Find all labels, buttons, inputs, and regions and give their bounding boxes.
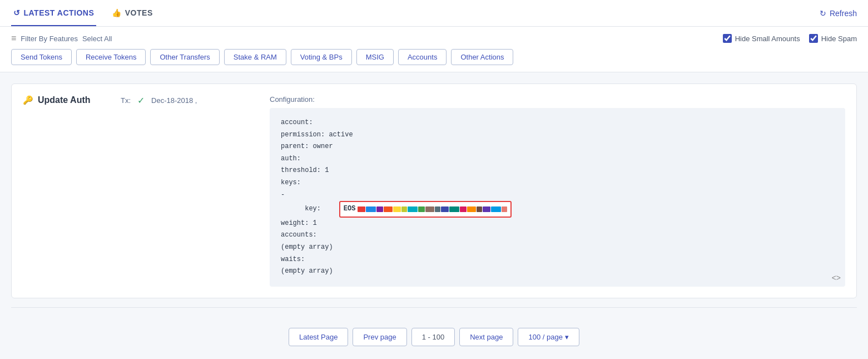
key-colored-blocks [358, 206, 507, 212]
config-weight: weight: 1 [281, 218, 834, 230]
filter-msig[interactable]: MSIG [356, 49, 394, 65]
config-threshold: threshold: 1 [281, 165, 834, 177]
hide-small-amounts-text: Hide Small Amounts [735, 35, 800, 43]
select-all-button[interactable]: Select All [82, 35, 112, 43]
config-permission: permission: active [281, 129, 834, 141]
config-key-label: key: [281, 203, 337, 215]
tx-label: Tx: [121, 96, 131, 105]
top-nav: ↺ LATEST ACTIONS 👍 VOTES ↻ Refresh [0, 0, 868, 27]
key-highlight-box: EOS [339, 201, 512, 218]
filter-other-transfers[interactable]: Other Transfers [150, 49, 219, 65]
filter-receive-tokens[interactable]: Receive Tokens [76, 49, 146, 65]
config-key-row: key: EOS [281, 201, 834, 218]
action-meta: Tx: ✓ Dec-18-2018 , [121, 95, 197, 106]
tab-latest-actions[interactable]: ↺ LATEST ACTIONS [11, 1, 96, 26]
per-page-label: 100 / page [528, 333, 562, 341]
app-container: ↺ LATEST ACTIONS 👍 VOTES ↻ Refresh ≡ Fil… [0, 0, 868, 359]
action-right: Configuration: account: permission: acti… [270, 95, 845, 287]
page-range: 1 - 100 [411, 328, 455, 346]
filter-by-features-label: Filter By Features [21, 35, 78, 43]
tab-latest-actions-label: LATEST ACTIONS [24, 8, 95, 17]
action-body: 🔑 Update Auth Tx: ✓ Dec-18-2018 , Config… [23, 95, 845, 287]
tab-votes-label: VOTES [125, 8, 153, 17]
hide-spam-label[interactable]: Hide Spam [809, 34, 857, 43]
action-left: 🔑 Update Auth Tx: ✓ Dec-18-2018 , [23, 95, 256, 287]
expand-button[interactable]: <> [832, 273, 841, 282]
latest-page-button[interactable]: Latest Page [289, 328, 348, 346]
config-label: Configuration: [270, 95, 845, 104]
per-page-button[interactable]: 100 / page ▾ [518, 328, 579, 346]
filter-bar: ≡ Filter By Features Select All Hide Sma… [0, 27, 868, 72]
filter-accounts[interactable]: Accounts [398, 49, 447, 65]
filter-left: ≡ Filter By Features Select All [11, 33, 112, 43]
hide-small-amounts-checkbox[interactable] [723, 34, 732, 43]
hide-small-amounts-label[interactable]: Hide Small Amounts [723, 34, 800, 43]
hide-spam-text: Hide Spam [821, 35, 857, 43]
config-content: account: permission: active parent: owne… [270, 108, 845, 287]
action-date: Dec-18-2018 , [151, 96, 197, 105]
filter-other-actions[interactable]: Other Actions [451, 49, 513, 65]
pagination: Latest Page Prev page 1 - 100 Next page … [11, 317, 857, 357]
status-check-icon: ✓ [137, 95, 145, 106]
votes-icon: 👍 [112, 8, 122, 17]
tab-votes[interactable]: 👍 VOTES [110, 1, 155, 26]
eos-prefix: EOS [344, 203, 356, 215]
config-parent: parent: owner [281, 141, 834, 153]
next-page-button[interactable]: Next page [459, 328, 513, 346]
key-icon: 🔑 [23, 95, 33, 105]
refresh-icon: ↻ [820, 9, 826, 18]
config-account: account: [281, 117, 834, 129]
config-auth: auth: [281, 153, 834, 165]
nav-right: ↻ Refresh [820, 9, 857, 18]
filter-row-top: ≡ Filter By Features Select All Hide Sma… [11, 33, 857, 43]
refresh-label: Refresh [830, 9, 857, 18]
action-title: 🔑 Update Auth [23, 95, 112, 105]
history-icon: ↺ [13, 8, 21, 17]
prev-page-button[interactable]: Prev page [353, 328, 406, 346]
hide-spam-checkbox[interactable] [809, 34, 818, 43]
filter-send-tokens[interactable]: Send Tokens [11, 49, 72, 65]
chevron-down-icon: ▾ [565, 333, 569, 341]
config-waits: waits: [281, 254, 834, 266]
main-content: 🔑 Update Auth Tx: ✓ Dec-18-2018 , Config… [0, 72, 868, 359]
refresh-button[interactable]: ↻ Refresh [820, 9, 857, 18]
action-card: 🔑 Update Auth Tx: ✓ Dec-18-2018 , Config… [11, 83, 857, 298]
config-empty-accounts: (empty array) [281, 242, 834, 254]
filter-right: Hide Small Amounts Hide Spam [723, 34, 857, 43]
config-accounts: accounts: [281, 229, 834, 242]
nav-tabs: ↺ LATEST ACTIONS 👍 VOTES [11, 1, 155, 26]
action-name: Update Auth [38, 95, 91, 105]
divider [11, 307, 857, 308]
config-empty-waits: (empty array) [281, 265, 834, 278]
filter-lines-icon: ≡ [11, 33, 16, 43]
filter-voting-bps[interactable]: Voting & BPs [291, 49, 352, 65]
filter-stake-ram[interactable]: Stake & RAM [224, 49, 286, 65]
config-dash: - [281, 189, 834, 201]
action-header: 🔑 Update Auth Tx: ✓ Dec-18-2018 , [23, 95, 256, 106]
config-keys: keys: [281, 177, 834, 189]
filter-buttons-row: Send Tokens Receive Tokens Other Transfe… [11, 49, 857, 72]
